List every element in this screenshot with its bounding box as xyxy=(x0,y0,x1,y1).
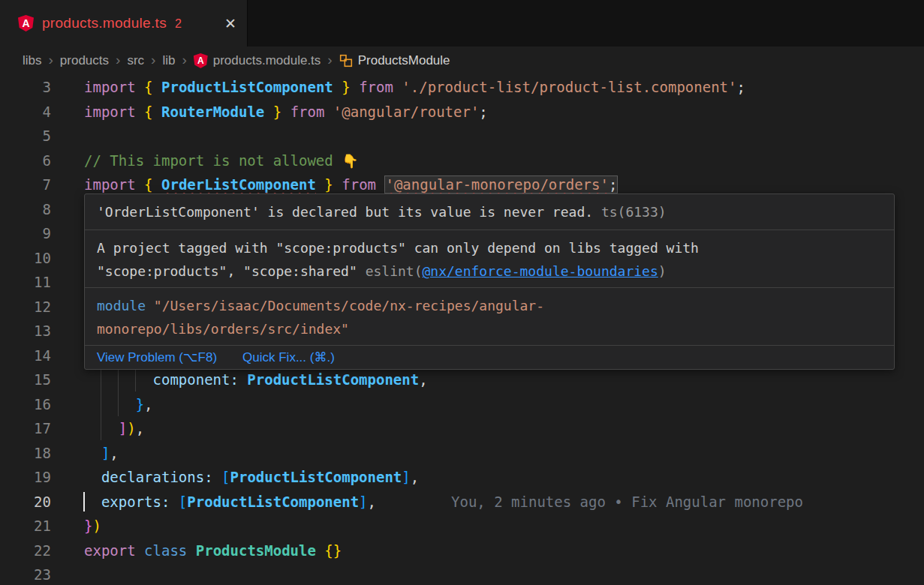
code-text[interactable]: }) xyxy=(84,514,924,538)
code-text[interactable]: ]), xyxy=(84,416,924,441)
line-number: 6 xyxy=(0,148,51,173)
breadcrumb-separator: › xyxy=(182,52,186,68)
code-line-17: 17 ]), xyxy=(0,416,924,441)
breadcrumb-label: products.module.ts xyxy=(213,53,321,68)
line-number: 13 xyxy=(0,319,51,344)
hover-actions: View Problem (⌥F8)Quick Fix... (⌘.) xyxy=(85,345,894,369)
breadcrumb-item-productsmodule[interactable]: ProductsModule xyxy=(339,53,450,68)
indent-guide xyxy=(101,368,101,440)
line-number: 11 xyxy=(0,270,51,295)
code-text[interactable]: ], xyxy=(84,441,924,466)
breadcrumb-separator: › xyxy=(49,52,53,68)
line-number: 12 xyxy=(0,295,51,320)
line-number: 7 xyxy=(0,172,51,197)
text-cursor xyxy=(83,492,85,512)
code-text[interactable] xyxy=(84,124,924,148)
code-text[interactable] xyxy=(84,562,924,585)
line-number: 14 xyxy=(0,344,51,368)
code-line-21: 21}) xyxy=(0,514,924,538)
hover-text: ) xyxy=(658,263,667,279)
hover-rows: 'OrderListComponent' is declared but its… xyxy=(85,194,894,345)
breadcrumb-separator: › xyxy=(116,52,120,68)
editor: 3import { ProductListComponent } from '.… xyxy=(0,75,924,585)
hover-text: module xyxy=(97,298,154,314)
line-number: 9 xyxy=(0,221,51,246)
code-text[interactable]: import { RouterModule } from '@angular/r… xyxy=(84,100,924,124)
code-line-16: 16 }, xyxy=(0,392,924,417)
line-number: 5 xyxy=(0,124,51,148)
angular-icon: A xyxy=(18,15,34,32)
line-number: 18 xyxy=(0,441,51,466)
hover-text: eslint( xyxy=(366,263,423,279)
line-number: 15 xyxy=(0,368,51,392)
breadcrumb-separator: › xyxy=(327,52,332,68)
class-symbol-icon xyxy=(339,54,353,68)
breadcrumb-item-src[interactable]: src xyxy=(127,53,144,68)
breadcrumb-separator: › xyxy=(151,52,155,68)
code-line-18: 18 ], xyxy=(0,441,924,466)
code-text[interactable]: export class ProductsModule {} xyxy=(84,538,924,563)
tab-products-module-ts[interactable]: A products.module.ts 2 ✕ xyxy=(0,0,248,46)
code-line-3: 3import { ProductListComponent } from '.… xyxy=(0,75,924,100)
breadcrumb-item-products[interactable]: products xyxy=(60,53,109,68)
tab-bar: A products.module.ts 2 ✕ xyxy=(0,0,924,46)
hover-text: "/Users/isaac/Documents/code/nx-recipes/… xyxy=(97,298,544,337)
line-number: 22 xyxy=(0,538,51,563)
code-line-20: 20 exports: [ProductListComponent],You, … xyxy=(0,490,924,514)
code-text[interactable]: declarations: [ProductListComponent], xyxy=(84,465,924,490)
hover-row-module-path: module "/Users/isaac/Documents/code/nx-r… xyxy=(85,287,894,345)
breadcrumb-label: src xyxy=(127,53,144,68)
breadcrumb-label: lib xyxy=(162,53,175,68)
eslint-rule-link[interactable]: @nx/enforce-module-boundaries xyxy=(422,263,658,279)
line-number: 8 xyxy=(0,197,51,222)
breadcrumb-label: products xyxy=(60,53,109,68)
code-line-22: 22export class ProductsModule {} xyxy=(0,538,924,563)
line-number: 23 xyxy=(0,562,51,585)
hover-action-quick-fix[interactable]: Quick Fix... (⌘.) xyxy=(242,350,335,365)
breadcrumb-item-lib[interactable]: lib xyxy=(162,53,175,68)
indent-guide xyxy=(118,368,119,416)
code-line-5: 5 xyxy=(0,124,924,148)
line-number: 19 xyxy=(0,465,51,490)
code-text[interactable]: exports: [ProductListComponent],You, 2 m… xyxy=(84,490,924,514)
hover-row-ts-diagnostic: 'OrderListComponent' is declared but its… xyxy=(85,194,894,230)
line-number: 16 xyxy=(0,392,51,417)
hover-text: 'OrderListComponent' is declared but its… xyxy=(97,204,601,220)
code-text[interactable]: // This import is not allowed 👇 xyxy=(84,148,924,173)
line-number: 3 xyxy=(0,75,51,100)
breadcrumb-label: ProductsModule xyxy=(358,53,450,68)
code-line-19: 19 declarations: [ProductListComponent], xyxy=(0,465,924,490)
breadcrumb-item-libs[interactable]: libs xyxy=(23,53,42,68)
code-line-15: 15 component: ProductListComponent, xyxy=(0,368,924,392)
hover-action-view-problem[interactable]: View Problem (⌥F8) xyxy=(97,350,217,365)
hover-text: ts(6133) xyxy=(601,204,667,220)
line-number: 17 xyxy=(0,416,51,441)
line-number: 4 xyxy=(0,100,51,124)
code-text[interactable]: component: ProductListComponent, xyxy=(84,368,924,392)
code-line-23: 23 xyxy=(0,562,924,585)
hover-row-eslint-diagnostic: A project tagged with "scope:products" c… xyxy=(85,230,894,287)
code-line-4: 4import { RouterModule } from '@angular/… xyxy=(0,100,924,124)
hover-popup: 'OrderListComponent' is declared but its… xyxy=(84,194,895,370)
indent-guide xyxy=(135,368,136,392)
line-number: 20 xyxy=(0,490,51,514)
code-line-6: 6// This import is not allowed 👇 xyxy=(0,148,924,173)
line-number: 10 xyxy=(0,246,51,271)
line-number: 21 xyxy=(0,514,51,538)
code-text[interactable]: import { ProductListComponent } from './… xyxy=(84,75,924,100)
breadcrumb: libs›products›src›lib›Aproducts.module.t… xyxy=(0,46,924,75)
tab-label: products.module.ts xyxy=(42,15,167,32)
breadcrumb-label: libs xyxy=(23,53,42,68)
code-text[interactable]: }, xyxy=(84,392,924,417)
breadcrumb-item-products-module-ts[interactable]: Aproducts.module.ts xyxy=(194,53,321,68)
problems-count-badge: 2 xyxy=(175,17,182,31)
angular-icon: A xyxy=(194,53,208,68)
close-icon[interactable]: ✕ xyxy=(224,15,236,32)
